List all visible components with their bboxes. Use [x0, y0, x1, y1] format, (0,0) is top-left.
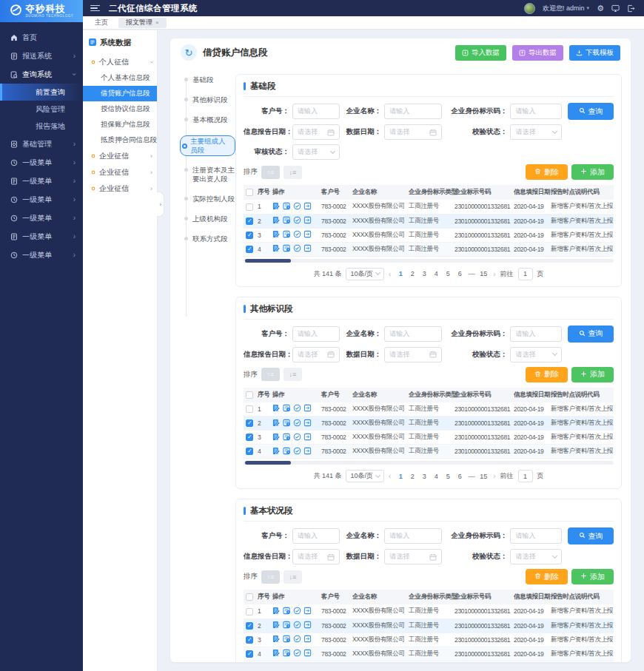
sidebar-item[interactable]: 一级菜单›	[0, 246, 83, 264]
table-row[interactable]: 3783-0002XXXX股份有限公司工商注册号2301000000133268…	[244, 431, 614, 445]
page-number[interactable]: 2	[407, 473, 417, 480]
sort-desc-button[interactable]: ↓≡	[284, 166, 302, 179]
sidebar-subitem[interactable]: 风险管理	[0, 101, 83, 118]
edit-icon[interactable]	[272, 621, 281, 629]
entity-id-input[interactable]: 请输入	[510, 326, 562, 342]
tab-1[interactable]: 报文管理×	[118, 18, 167, 28]
tree-group[interactable]: 企业征信›	[83, 148, 157, 164]
table-row[interactable]: 1783-0002XXXX股份有限公司工商注册号2301000000133268…	[244, 200, 614, 214]
table-row[interactable]: 3783-0002XXXX股份有限公司工商注册号2301000000133268…	[244, 228, 614, 242]
page-number[interactable]: 4	[431, 270, 441, 277]
sort-asc-button[interactable]: ↑≡	[261, 368, 280, 381]
audit-icon[interactable]	[293, 433, 301, 441]
report-icon[interactable]	[303, 447, 312, 455]
verify-status-select[interactable]: 请选择	[510, 124, 562, 140]
edit-icon[interactable]	[272, 433, 281, 441]
edit-icon[interactable]	[272, 404, 281, 412]
scrollbar-thumb[interactable]	[245, 461, 291, 465]
delete-button[interactable]: 删除	[526, 569, 568, 584]
page-number[interactable]: 6	[455, 473, 465, 480]
tree-item[interactable]: 借贷账户信息段	[83, 86, 157, 101]
audit-icon[interactable]	[293, 635, 301, 643]
review-status-select[interactable]: 请选择	[292, 144, 340, 160]
row-checkbox[interactable]	[246, 232, 253, 239]
audit-icon[interactable]	[293, 202, 301, 210]
goto-page-input[interactable]	[518, 470, 533, 482]
audit-icon[interactable]	[293, 621, 301, 629]
sidebar-item[interactable]: 一级菜单›	[0, 190, 83, 209]
edit-icon[interactable]	[272, 202, 281, 210]
audit-icon[interactable]	[293, 404, 301, 412]
sidebar-subitem[interactable]: 前置查询	[0, 84, 83, 101]
sidebar-item[interactable]: 一级菜单›	[0, 172, 83, 190]
delete-button[interactable]: 删除	[526, 367, 568, 382]
sort-asc-button[interactable]: ↑≡	[261, 570, 280, 584]
sort-asc-button[interactable]: ↑≡	[261, 166, 280, 179]
user-menu[interactable]: 欢迎您! admin▾	[543, 4, 589, 13]
row-checkbox[interactable]	[246, 203, 253, 211]
tree-item[interactable]: 担保账户信息段	[83, 117, 157, 132]
collapse-menu-icon[interactable]	[90, 5, 100, 12]
tree-group[interactable]: 个人征信›	[83, 54, 157, 70]
theme-icon[interactable]	[611, 4, 620, 13]
entity-id-input[interactable]: 请输入	[510, 104, 562, 119]
page-number[interactable]: 6	[455, 270, 465, 277]
edit-icon[interactable]	[272, 419, 281, 427]
customer-no-input[interactable]: 请输入	[292, 104, 340, 119]
sort-desc-button[interactable]: ↓≡	[284, 368, 302, 381]
report-icon[interactable]	[303, 433, 312, 441]
tree-group[interactable]: 企业征信›	[83, 181, 157, 197]
customer-no-input[interactable]: 请输入	[292, 528, 340, 544]
sidebar-item[interactable]: 基础管理›	[0, 135, 83, 153]
report-icon[interactable]	[303, 244, 312, 252]
detail-icon[interactable]	[283, 202, 291, 210]
query-button[interactable]: 查询	[568, 527, 614, 544]
company-name-input[interactable]: 请输入	[384, 326, 442, 342]
data-date-picker[interactable]: 请选择	[384, 347, 442, 363]
page-number[interactable]: 5	[443, 473, 453, 480]
select-all-checkbox[interactable]	[246, 391, 253, 399]
sidebar-item[interactable]: 一级菜单›	[0, 209, 83, 227]
edit-icon[interactable]	[272, 230, 281, 238]
row-checkbox[interactable]	[246, 218, 253, 225]
scrollbar-thumb[interactable]	[245, 259, 291, 263]
verify-status-select[interactable]: 请选择	[510, 347, 562, 363]
row-checkbox[interactable]	[246, 434, 253, 441]
goto-page-input[interactable]	[518, 268, 533, 280]
detail-icon[interactable]	[283, 244, 291, 252]
entity-id-input[interactable]: 请输入	[510, 528, 562, 544]
table-row[interactable]: 4783-0002XXXX股份有限公司工商注册号2301000000133268…	[244, 242, 614, 256]
detail-icon[interactable]	[283, 404, 291, 412]
sidebar-item[interactable]: 查询系统›	[0, 65, 83, 84]
verify-status-select[interactable]: 请选择	[510, 549, 562, 564]
detail-icon[interactable]	[283, 447, 291, 455]
prev-page-icon[interactable]: ‹	[389, 270, 391, 278]
row-checkbox[interactable]	[246, 636, 253, 644]
next-page-icon[interactable]: ›	[493, 270, 495, 278]
edit-icon[interactable]	[272, 447, 281, 455]
audit-icon[interactable]	[293, 419, 301, 427]
page-number[interactable]: 4	[431, 473, 441, 480]
page-number[interactable]: 1	[395, 473, 406, 480]
customer-no-input[interactable]: 请输入	[292, 326, 340, 342]
page-number[interactable]: 1	[395, 270, 406, 277]
sidebar-item[interactable]: 首页	[0, 28, 83, 47]
table-row[interactable]: 3783-0002XXXX股份有限公司工商注册号2301000000133268…	[244, 633, 614, 647]
data-date-picker[interactable]: 请选择	[384, 549, 442, 564]
edit-icon[interactable]	[272, 635, 281, 643]
anchor-item[interactable]: 上级机构段	[184, 215, 235, 223]
report-icon[interactable]	[303, 649, 312, 657]
page-number[interactable]: 3	[419, 270, 429, 277]
edit-icon[interactable]	[272, 607, 281, 615]
edit-icon[interactable]	[272, 649, 281, 657]
query-button[interactable]: 查询	[568, 326, 614, 343]
table-row[interactable]: 2783-0002XXXX股份有限公司工商注册号2301000000133268…	[244, 618, 614, 633]
tree-group[interactable]: 企业征信›	[83, 164, 157, 181]
avatar[interactable]	[524, 3, 535, 14]
data-date-picker[interactable]: 请选择	[384, 124, 442, 140]
logout-icon[interactable]	[627, 4, 635, 13]
detail-icon[interactable]	[283, 419, 291, 427]
edit-icon[interactable]	[272, 244, 281, 252]
table-row[interactable]: 2783-0002XXXX股份有限公司工商注册号2301000000133268…	[244, 417, 614, 431]
report-icon[interactable]	[303, 404, 312, 412]
